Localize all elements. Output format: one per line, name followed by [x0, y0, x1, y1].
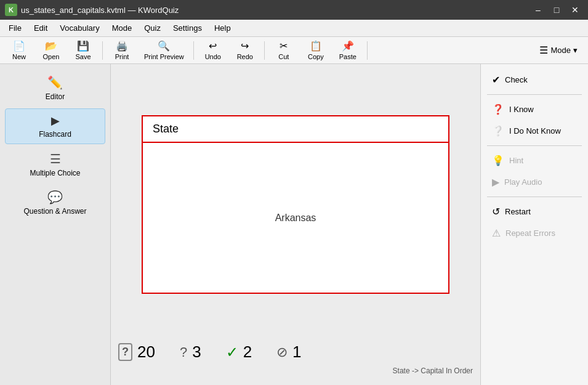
open-button[interactable]: 📂 Open	[36, 39, 66, 62]
play-audio-label: Play Audio	[504, 177, 542, 187]
menu-help[interactable]: Help	[208, 21, 237, 35]
cut-button[interactable]: ✂ Cut	[268, 39, 299, 62]
repeat-errors-label: Repeat Errors	[505, 229, 555, 238]
i-do-not-know-icon: ❔	[492, 125, 504, 137]
mode-button[interactable]: ☰ Mode ▾	[533, 41, 584, 59]
question-answer-icon: 💬	[47, 190, 63, 205]
stat-total-icon: ?	[118, 343, 132, 361]
stat-unknown-value: 3	[192, 342, 201, 362]
menu-mode[interactable]: Mode	[106, 21, 139, 35]
menu-edit[interactable]: Edit	[28, 21, 54, 35]
stat-total: ? 20	[118, 342, 155, 362]
repeat-errors-button[interactable]: ⚠ Repeat Errors	[485, 224, 584, 243]
sep1	[102, 41, 103, 60]
center-area: State Arkansas ? 20 ? 3 ✓ 2 ⊘ 1 S	[111, 64, 480, 385]
i-know-label: I Know	[509, 105, 534, 114]
sep2	[193, 41, 194, 60]
menu-file[interactable]: File	[2, 21, 28, 35]
sidebar: ✏️ Editor ▶ Flashcard ☰ Multiple Choice …	[0, 64, 111, 385]
menu-vocabulary[interactable]: Vocabulary	[54, 21, 105, 35]
flashcard-container: State Arkansas	[118, 71, 473, 338]
maximize-button[interactable]: □	[549, 3, 565, 17]
restart-button[interactable]: ↺ Restart	[485, 202, 584, 221]
question-answer-label: Question & Answer	[23, 207, 86, 216]
cut-icon: ✂	[280, 40, 288, 52]
save-icon: 💾	[77, 40, 89, 52]
close-button[interactable]: ✕	[567, 3, 583, 17]
print-button[interactable]: 🖨️ Print	[107, 39, 137, 62]
copy-button[interactable]: 📋 Copy	[300, 39, 331, 62]
undo-button[interactable]: ↩ Undo	[198, 39, 228, 62]
play-audio-button[interactable]: ▶ Play Audio	[485, 172, 584, 192]
flashcard-header: State	[143, 116, 448, 143]
sidebar-item-editor[interactable]: ✏️ Editor	[5, 70, 105, 106]
window-title: us_states_and_capitals.kvtml — KWordQuiz	[21, 6, 179, 15]
sidebar-item-multiple-choice[interactable]: ☰ Multiple Choice	[5, 147, 105, 182]
hint-label: Hint	[509, 156, 523, 165]
stat-incorrect: ⊘ 1	[276, 342, 301, 362]
i-know-button[interactable]: ❓ I Know	[485, 100, 584, 119]
check-label: Check	[505, 75, 528, 84]
minimize-button[interactable]: –	[530, 3, 546, 17]
status-bar: State -> Capital In Order	[118, 367, 473, 378]
flashcard-body: Arkansas	[143, 143, 448, 293]
print-icon: 🖨️	[116, 40, 128, 52]
undo-icon: ↩	[209, 40, 217, 52]
paste-button[interactable]: 📌 Paste	[332, 39, 363, 62]
mode-icon: ☰	[539, 44, 548, 56]
sep3	[264, 41, 265, 60]
save-button[interactable]: 💾 Save	[68, 39, 99, 62]
menu-quiz[interactable]: Quiz	[138, 21, 167, 35]
status-text: State -> Capital In Order	[393, 367, 473, 375]
repeat-errors-icon: ⚠	[492, 227, 501, 239]
sep-right-1	[487, 94, 582, 95]
stat-incorrect-value: 1	[292, 342, 301, 362]
print-preview-icon: 🔍	[158, 40, 170, 52]
main-content: ✏️ Editor ▶ Flashcard ☰ Multiple Choice …	[0, 64, 588, 385]
stat-unknown-icon: ?	[180, 344, 187, 360]
multiple-choice-icon: ☰	[50, 152, 61, 166]
sep4	[367, 41, 368, 60]
sidebar-item-flashcard[interactable]: ▶ Flashcard	[5, 108, 105, 144]
sep-right-3	[487, 197, 582, 197]
stats-row: ? 20 ? 3 ✓ 2 ⊘ 1	[118, 338, 473, 367]
stat-correct: ✓ 2	[226, 342, 252, 362]
new-button[interactable]: 📄 New	[4, 39, 34, 62]
new-icon: 📄	[13, 40, 25, 52]
editor-label: Editor	[46, 92, 65, 101]
check-icon: ✔	[492, 74, 500, 86]
flashcard-label: Flashcard	[39, 130, 71, 139]
toolbar: 📄 New 📂 Open 💾 Save 🖨️ Print 🔍 Print Pre…	[0, 37, 588, 64]
stat-total-value: 20	[137, 342, 155, 362]
hint-button[interactable]: 💡 Hint	[485, 151, 584, 170]
stat-correct-value: 2	[243, 342, 252, 362]
title-bar: K us_states_and_capitals.kvtml — KWordQu…	[0, 0, 588, 20]
flashcard: State Arkansas	[142, 115, 449, 294]
sep-right-2	[487, 145, 582, 146]
menu-settings[interactable]: Settings	[167, 21, 208, 35]
editor-icon: ✏️	[47, 75, 63, 90]
mode-label: Mode	[550, 46, 571, 55]
redo-button[interactable]: ↪ Redo	[230, 39, 260, 62]
stat-incorrect-icon: ⊘	[276, 344, 288, 360]
restart-label: Restart	[505, 207, 531, 216]
i-do-not-know-button[interactable]: ❔ I Do Not Know	[485, 121, 584, 140]
right-panel: ✔ Check ❓ I Know ❔ I Do Not Know 💡 Hint …	[480, 64, 588, 385]
stat-correct-icon: ✓	[226, 344, 238, 361]
sidebar-item-question-answer[interactable]: 💬 Question & Answer	[5, 185, 105, 221]
paste-icon: 📌	[342, 40, 354, 52]
restart-icon: ↺	[492, 206, 500, 217]
copy-icon: 📋	[310, 40, 322, 52]
i-do-not-know-label: I Do Not Know	[509, 126, 561, 136]
hint-icon: 💡	[492, 155, 504, 166]
play-audio-icon: ▶	[492, 176, 499, 188]
flashcard-icon: ▶	[51, 114, 60, 128]
app-icon: K	[5, 4, 17, 16]
menu-bar: File Edit Vocabulary Mode Quiz Settings …	[0, 20, 588, 37]
stat-unknown: ? 3	[180, 342, 201, 362]
redo-icon: ↪	[241, 40, 249, 52]
check-button[interactable]: ✔ Check	[485, 70, 584, 89]
print-preview-button[interactable]: 🔍 Print Preview	[139, 39, 190, 62]
open-icon: 📂	[45, 40, 57, 52]
multiple-choice-label: Multiple Choice	[30, 169, 80, 177]
